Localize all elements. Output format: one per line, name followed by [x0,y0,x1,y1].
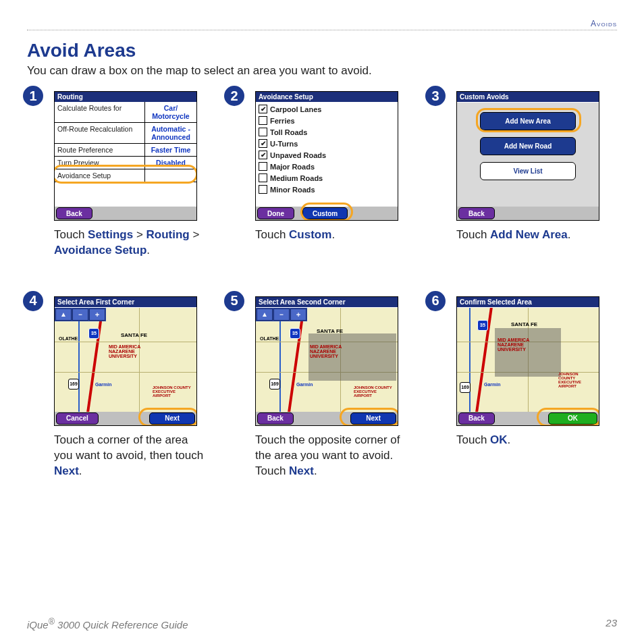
back-button[interactable]: Back [56,207,92,219]
zoom-out-icon[interactable]: － [72,308,88,321]
row-label: Off-Route Recalculation [55,123,144,143]
road [55,372,196,373]
page-footer: iQue® 3000 Quick Reference Guide 23 [27,617,617,630]
checkbox-icon: ✔ [259,105,267,113]
map-label: Garmin [484,382,501,387]
map-label: OLATHE [260,336,279,341]
map[interactable]: ▲ － ＋ 35 169 OLATHE SANTA FE MID AMERICA… [256,308,398,412]
map-label: SANTA FE [121,332,147,338]
map-label: OLATHE [59,336,78,341]
screen-second-corner: Select Area Second Corner ▲ － ＋ 35 169 O… [255,296,398,426]
page-title: Avoid Areas [27,40,617,61]
steps-grid: 1 Routing Calculate Routes forCar/ Motor… [27,91,617,479]
titlebar: Confirm Selected Area [457,297,599,307]
step-2: 2 Avoidance Setup ✔Carpool Lanes Ferries… [228,91,416,259]
selection-box [495,328,561,377]
row-label: Turn Preview [55,157,144,169]
view-list-button[interactable]: View List [480,162,576,180]
map-label: JOHNSON COUNTY EXECUTIVE AIRPORT [153,385,193,398]
road [78,308,80,412]
zoom-out-icon[interactable]: － [273,308,290,321]
bottombar: Done Custom [256,207,398,220]
interstate-shield: 35 [88,328,99,339]
screen-routing: Routing Calculate Routes forCar/ Motorcy… [54,91,197,221]
checkbox-icon [259,173,267,182]
check-item[interactable]: Major Roads [259,161,398,172]
step-caption: Touch the opposite corner of the area yo… [255,433,410,479]
row-label: Route Preference [55,144,144,156]
step-badge: 1 [23,86,43,106]
step-1: 1 Routing Calculate Routes forCar/ Motor… [27,91,215,259]
road [469,308,471,412]
zoom-in-icon[interactable]: ＋ [89,308,105,321]
screen-body: Add New Area Add New Road View List [457,103,599,207]
checklist: ✔Carpool Lanes Ferries Toll Roads ✔U-Tur… [256,102,398,195]
divider [27,30,617,30]
screen-first-corner: Select Area First Corner ▲ － ＋ 35 169 OL… [54,296,197,426]
check-item[interactable]: ✔Carpool Lanes [259,103,398,115]
row-value[interactable]: Faster Time [144,144,196,156]
cancel-button[interactable]: Cancel [56,412,99,425]
next-button[interactable]: Next [149,412,195,425]
screen-custom-avoids: Custom Avoids Add New Area Add New Road … [456,91,599,221]
map-toolbar: ▲ － ＋ [256,308,307,321]
pan-icon[interactable]: ▲ [55,308,72,321]
check-item[interactable]: ✔U-Turns [259,138,398,149]
interstate-shield: 35 [477,320,488,331]
back-button[interactable]: Back [458,412,495,425]
checkbox-icon [259,185,267,194]
map[interactable]: 35 169 SANTA FE MID AMERICA NAZARENE UNI… [457,308,599,412]
screen-avoidance-setup: Avoidance Setup ✔Carpool Lanes Ferries T… [255,91,398,221]
step-6: 6 Confirm Selected Area 35 169 SANTA FE … [429,296,617,479]
check-item[interactable]: Ferries [259,115,398,126]
map-label: Garmin [296,382,313,387]
map[interactable]: ▲ － ＋ 35 169 OLATHE SANTA FE MID AMERICA… [55,308,196,412]
row-value[interactable]: Automatic - Announced [144,123,196,143]
back-button[interactable]: Back [257,412,294,425]
step-4: 4 Select Area First Corner ▲ － ＋ 35 169 … [27,296,215,479]
road [86,308,104,412]
map-label: JOHNSON COUNTY EXECUTIVE AIRPORT [354,385,394,398]
map-label: SANTA FE [317,328,343,334]
add-new-road-button[interactable]: Add New Road [480,137,576,155]
next-button[interactable]: Next [350,412,396,425]
step-badge: 3 [425,86,446,106]
screen-confirm: Confirm Selected Area 35 169 SANTA FE MI… [456,296,599,426]
highway-shield: 169 [269,379,280,390]
step-badge: 2 [224,86,244,106]
back-button[interactable]: Back [458,207,495,219]
add-new-area-button[interactable]: Add New Area [480,112,576,130]
row-value [144,169,196,182]
pan-icon[interactable]: ▲ [257,308,273,321]
zoom-in-icon[interactable]: ＋ [290,308,306,321]
step-caption: Touch a corner of the area you want to a… [54,433,209,479]
check-item[interactable]: ✔Unpaved Roads [259,149,398,161]
step-badge: 5 [224,291,244,311]
road [288,308,305,412]
step-caption: Touch Custom. [255,227,410,243]
interstate-shield: 35 [290,328,300,339]
map-toolbar: ▲ － ＋ [55,308,106,321]
row-label: Calculate Routes for [55,102,144,122]
check-item[interactable]: Minor Roads [259,184,398,195]
bottombar: Back Next [256,412,398,425]
checkbox-icon: ✔ [259,139,267,148]
checkbox-icon [259,128,267,136]
check-item[interactable]: Toll Roads [259,126,398,138]
row-label[interactable]: Avoidance Setup [55,169,144,182]
bottombar: Back [457,207,599,220]
check-item[interactable]: Medium Roads [259,172,398,184]
titlebar: Select Area First Corner [55,297,196,307]
step-caption: Touch OK. [456,433,612,448]
page-number: 23 [606,617,617,630]
highway-shield: 169 [460,382,471,393]
road [139,308,140,412]
step-caption: Touch Add New Area. [456,227,612,243]
custom-button[interactable]: Custom [302,207,348,219]
row-value[interactable]: Car/ Motorcycle [144,102,196,122]
row-value[interactable]: Disabled [144,157,196,169]
checkbox-icon: ✔ [259,151,267,159]
ok-button[interactable]: OK [548,412,597,425]
checkbox-icon [259,116,267,125]
done-button[interactable]: Done [257,207,294,219]
